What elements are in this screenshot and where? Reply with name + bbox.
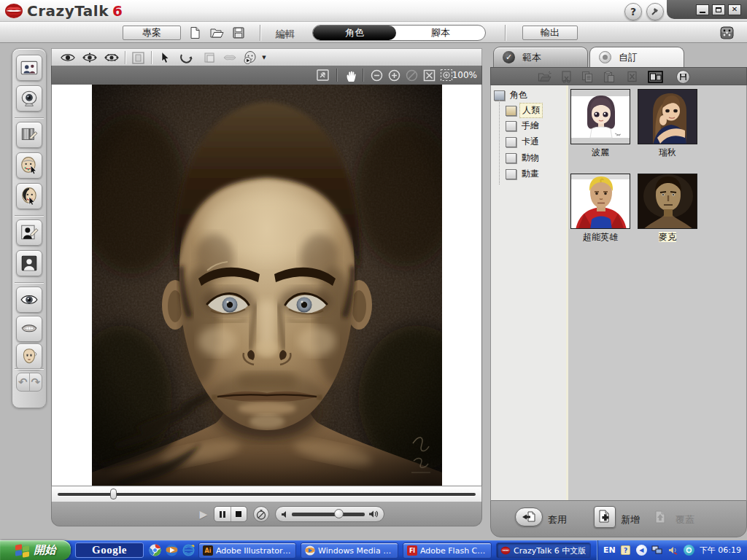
undo-icon[interactable]: ↶ (17, 373, 29, 391)
head-settings-button[interactable] (16, 343, 42, 370)
open-project-icon[interactable] (209, 26, 225, 40)
tree-item-sketch[interactable]: 手繪 (506, 119, 541, 133)
tree-item-animation[interactable]: 動畫 (506, 167, 541, 181)
open-folder-icon[interactable] (536, 69, 552, 84)
pause-button[interactable] (214, 507, 231, 521)
messenger-icon[interactable] (684, 545, 694, 556)
edit-menu[interactable]: 編輯 (276, 28, 295, 41)
actor-button[interactable] (16, 250, 42, 276)
image-processing-button[interactable] (16, 122, 42, 148)
minimize-button[interactable] (696, 4, 709, 15)
tree-item-animal[interactable]: 動物 (506, 151, 541, 165)
cut-icon[interactable] (558, 69, 574, 84)
tab-custom[interactable]: 自訂 (589, 47, 684, 67)
help-button[interactable]: ? (624, 3, 642, 20)
volume-control[interactable] (275, 506, 384, 522)
start-button[interactable]: 開始 (0, 540, 71, 560)
save-project-icon[interactable] (231, 26, 247, 40)
google-search-box[interactable]: Google (75, 542, 144, 558)
apply-button[interactable] (515, 508, 543, 526)
help-tray-icon[interactable]: ? (620, 545, 632, 556)
paste-icon[interactable] (601, 69, 617, 84)
settings-tool-button[interactable] (646, 3, 664, 20)
chrome-quicklaunch-icon[interactable] (148, 543, 162, 557)
delete-icon[interactable] (624, 69, 640, 84)
thumbnail-label[interactable]: 麥克 (638, 231, 697, 244)
character-gallery-button[interactable] (16, 55, 42, 81)
play-button[interactable]: ▶ (196, 507, 211, 521)
timer-button[interactable] (253, 506, 269, 522)
thumbnail-polly[interactable] (570, 89, 630, 144)
ie-quicklaunch-icon[interactable] (182, 543, 196, 557)
thumbnail-label[interactable]: 超能英雄 (570, 231, 630, 244)
tab-template[interactable]: ✓ 範本 (493, 47, 588, 67)
output-button[interactable]: 輸出 (522, 26, 578, 40)
fit-window-icon[interactable] (421, 68, 437, 82)
clock[interactable]: 下午 06:19 (700, 545, 741, 556)
face-fitting-button[interactable] (16, 152, 42, 179)
new-project-icon[interactable] (187, 26, 203, 40)
layer-icon[interactable] (201, 50, 218, 65)
overwrite-button[interactable] (650, 506, 672, 528)
zoom-in-icon[interactable] (386, 68, 402, 82)
add-button[interactable] (594, 506, 616, 528)
task-flash[interactable]: Fl Adobe Flash CS4 - ... (403, 542, 492, 559)
copy-icon[interactable] (579, 69, 595, 84)
volume-track[interactable] (292, 513, 365, 516)
redo-icon[interactable]: ↷ (30, 373, 42, 391)
canvas-workspace[interactable] (51, 85, 482, 486)
lips-edit-icon[interactable] (221, 50, 239, 65)
character-portrait-image[interactable] (92, 85, 442, 486)
thumbnail-label[interactable]: 波麗 (570, 147, 630, 159)
select-tool-icon[interactable] (157, 50, 174, 65)
volume-handle[interactable] (334, 509, 344, 518)
hide-tray-chevron-icon[interactable]: ◀ (636, 545, 647, 556)
task-wmp[interactable]: Windows Media Pla... (301, 542, 398, 559)
show-all-points-icon[interactable] (59, 50, 77, 65)
eye-settings-button[interactable] (16, 287, 42, 313)
motion-preview-icon[interactable] (241, 50, 259, 65)
timeline-handle[interactable] (110, 489, 117, 499)
stop-button[interactable] (231, 507, 247, 521)
face-profile-button[interactable] (16, 183, 42, 209)
pan-hand-icon[interactable] (342, 68, 358, 82)
add-label[interactable]: 新增 (621, 513, 640, 526)
tab-custom-label: 自訂 (619, 51, 638, 64)
frame-mode-icon[interactable] (129, 50, 147, 65)
project-button[interactable]: 專案 (123, 26, 181, 40)
character-mode-button[interactable]: 角色 (313, 26, 396, 40)
tree-item-cartoon[interactable]: 卡通 (506, 135, 541, 149)
script-mode-button[interactable]: 腳本 (396, 26, 485, 40)
thumbnail-label[interactable]: 瑞秋 (638, 147, 697, 159)
language-indicator[interactable]: EN (603, 545, 616, 555)
transfer-window-icon[interactable] (314, 68, 330, 82)
apply-label[interactable]: 套用 (548, 513, 567, 526)
tree-item-human[interactable]: 人類 (506, 103, 543, 118)
toolbar-separator (505, 25, 506, 41)
save-template-button[interactable] (675, 69, 691, 84)
capture-button[interactable] (16, 85, 42, 112)
volume-tray-icon[interactable] (667, 545, 679, 556)
app-logo: CrazyTalk 6 (4, 1, 123, 21)
restore-button[interactable] (712, 4, 725, 15)
task-illustrator[interactable]: Ai Adobe Illustrator C... (198, 542, 296, 559)
thumbnail-mike[interactable] (638, 174, 697, 229)
thumbnail-rachel[interactable] (638, 89, 697, 144)
wmp-quicklaunch-icon[interactable] (165, 543, 179, 557)
background-edit-button[interactable] (16, 219, 42, 246)
thumbnail-superhero[interactable] (570, 174, 630, 229)
show-detail-points-icon[interactable] (103, 50, 120, 65)
rotate-tool-icon[interactable] (177, 50, 195, 65)
timeline-track[interactable] (51, 486, 482, 502)
dice-random-icon[interactable] (718, 26, 737, 40)
motion-dropdown-caret-icon[interactable]: ▼ (259, 50, 269, 65)
close-button[interactable]: ✕ (728, 4, 741, 15)
add-icon (597, 510, 612, 524)
zoom-disabled-icon[interactable] (403, 68, 419, 82)
zoom-out-icon[interactable] (368, 68, 384, 82)
view-mode-icon[interactable] (647, 69, 663, 84)
show-key-points-icon[interactable] (81, 50, 98, 65)
network-icon[interactable] (651, 545, 663, 556)
task-crazytalk[interactable]: CrazyTalk 6 中文版 (496, 542, 591, 559)
mouth-settings-button[interactable] (16, 316, 42, 342)
